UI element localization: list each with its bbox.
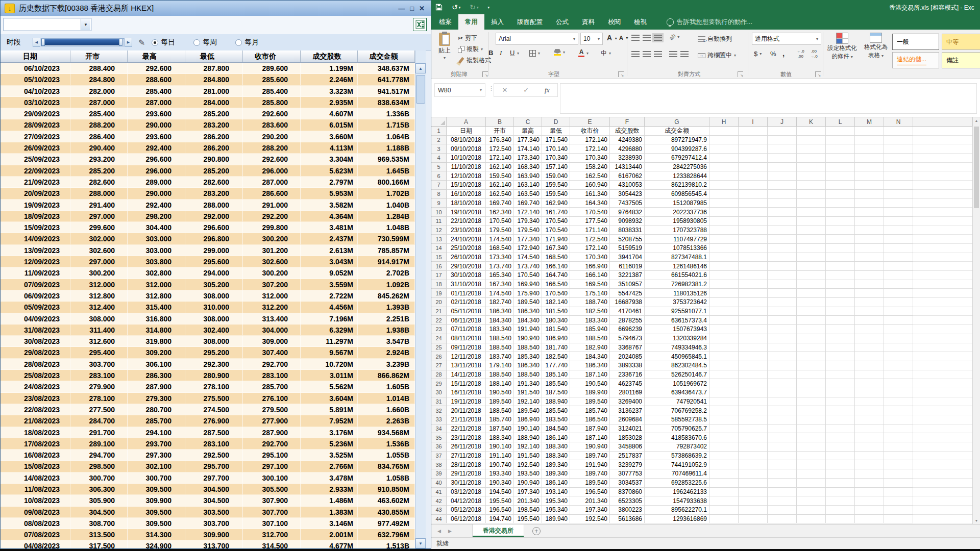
cell[interactable] (826, 181, 855, 190)
cell[interactable]: 187.540 (542, 388, 570, 397)
prev-sheet-icon[interactable]: ◀ (437, 529, 441, 534)
column-header[interactable]: 日期 (1, 51, 70, 62)
cell[interactable] (884, 163, 913, 172)
cell[interactable]: 6696239 (610, 325, 645, 334)
row-header-10[interactable]: 10 (431, 208, 447, 217)
cell[interactable] (855, 298, 884, 307)
cell[interactable]: 4249380 (610, 136, 645, 145)
cell[interactable] (855, 515, 884, 524)
cell[interactable]: 162.940 (542, 199, 570, 208)
column-header[interactable]: 成交金额 (358, 51, 415, 62)
cell[interactable] (826, 199, 855, 208)
cell[interactable]: 188.340 (542, 452, 570, 461)
cell[interactable] (739, 244, 768, 253)
cell[interactable]: 23/11/2018 (447, 433, 486, 442)
cell[interactable]: 21/11/2018 (447, 415, 486, 424)
cell[interactable]: 189.940 (570, 388, 610, 397)
cell[interactable] (797, 325, 826, 334)
cell[interactable] (826, 424, 855, 434)
cell[interactable]: 10/10/2018 (447, 154, 486, 163)
cell[interactable] (855, 271, 884, 280)
row-header-22[interactable]: 22 (431, 316, 447, 325)
cell[interactable] (709, 208, 739, 217)
cell[interactable]: 05/11/2018 (447, 307, 486, 316)
table-row[interactable]: 17/08/2023289.100293.700283.100292.7005.… (1, 438, 415, 449)
insert-function-icon[interactable]: fx (545, 86, 549, 94)
column-header-G[interactable]: G (645, 117, 709, 127)
cell[interactable] (826, 452, 855, 461)
cell[interactable]: 16/10/2018 (447, 190, 486, 199)
cell[interactable] (739, 415, 768, 424)
cell[interactable] (797, 181, 826, 190)
cell[interactable] (709, 316, 739, 325)
cell[interactable] (768, 244, 797, 253)
cell[interactable]: 189.540 (570, 479, 610, 488)
cell[interactable] (709, 307, 739, 316)
cell[interactable]: 162.140 (486, 181, 514, 190)
cell[interactable]: 28/11/2018 (447, 460, 486, 469)
cell[interactable] (855, 199, 884, 208)
cell[interactable]: 862302484.5 (645, 361, 709, 370)
cell[interactable]: 191.540 (514, 388, 542, 397)
cell[interactable]: 170.140 (542, 144, 570, 154)
cell[interactable] (739, 370, 768, 380)
cell[interactable] (826, 379, 855, 388)
cell[interactable]: 177.340 (514, 235, 542, 244)
row-header-20[interactable]: 20 (431, 298, 447, 307)
cell[interactable]: 189.540 (570, 397, 610, 407)
cell[interactable] (709, 280, 739, 289)
table-row[interactable]: 13/09/2023302.600303.000299.000301.2002.… (1, 245, 415, 256)
cell[interactable] (739, 452, 768, 461)
minimize-button[interactable]: — (398, 5, 405, 12)
new-sheet-button[interactable]: + (532, 524, 541, 537)
cell[interactable] (855, 370, 884, 380)
cell[interactable] (768, 217, 797, 226)
column-header[interactable]: 成交股数 (301, 51, 358, 62)
cell[interactable]: 190.940 (570, 442, 610, 452)
cell[interactable] (855, 379, 884, 388)
cell[interactable] (709, 253, 739, 262)
cell[interactable]: 182.540 (542, 352, 570, 361)
cell[interactable]: 171.940 (542, 235, 570, 244)
cell[interactable]: 159.540 (542, 181, 570, 190)
cell[interactable] (884, 442, 913, 452)
cell[interactable] (739, 163, 768, 172)
cell[interactable] (768, 181, 797, 190)
row-header-18[interactable]: 18 (431, 280, 447, 289)
cell[interactable] (709, 163, 739, 172)
cell[interactable] (797, 361, 826, 370)
cell-style-2[interactable]: 連結的儲... (892, 52, 939, 68)
cell[interactable] (768, 361, 797, 370)
cell[interactable] (855, 280, 884, 289)
cell[interactable] (768, 343, 797, 353)
cell[interactable] (884, 325, 913, 334)
decrease-indent-icon[interactable] (669, 51, 677, 57)
cell[interactable]: 585592738.5 (645, 415, 709, 424)
cell[interactable]: 188.540 (570, 334, 610, 343)
font-size-combobox[interactable]: 10▾ (580, 33, 603, 45)
cell[interactable]: 191.940 (514, 325, 542, 334)
row-header-23[interactable]: 23 (431, 325, 447, 334)
cell[interactable] (739, 253, 768, 262)
cell[interactable] (855, 488, 884, 497)
cell[interactable] (855, 388, 884, 397)
cell[interactable]: 188.140 (486, 379, 514, 388)
table-row[interactable]: 14/09/2023302.000303.000296.800300.2002.… (1, 233, 415, 244)
cell[interactable]: 174.540 (514, 253, 542, 262)
cell[interactable]: 1962462133 (645, 488, 709, 497)
cell[interactable] (884, 235, 913, 244)
row-header-8[interactable]: 8 (431, 190, 447, 199)
cell[interactable] (709, 154, 739, 163)
cell-style-1[interactable]: 中等 (942, 34, 980, 50)
cell[interactable]: 175.940 (514, 289, 542, 298)
cell[interactable] (709, 226, 739, 235)
cell[interactable] (826, 479, 855, 488)
font-dialog-launcher[interactable]: ↘ (618, 71, 624, 77)
cell[interactable] (826, 208, 855, 217)
undo-button[interactable]: ↺▾ (452, 4, 460, 11)
cell[interactable]: 4170461 (610, 307, 645, 316)
cell[interactable]: 172.140 (570, 244, 610, 253)
cell[interactable] (709, 244, 739, 253)
cell[interactable]: 184.340 (486, 316, 514, 325)
table-row[interactable]: 30/08/2023312.600319.800308.000309.00011… (1, 336, 415, 347)
